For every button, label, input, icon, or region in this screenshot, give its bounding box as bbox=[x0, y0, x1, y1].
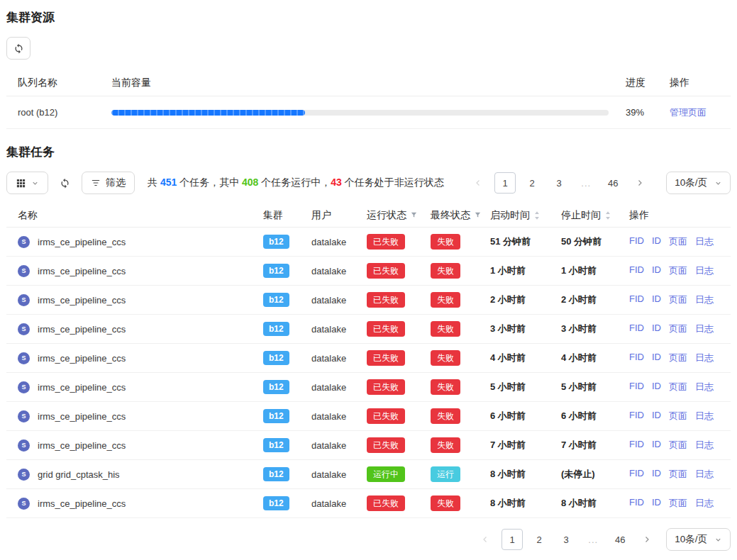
table-row: S irms_ce_pipeline_ccs b12 datalake 已失败 … bbox=[6, 286, 731, 315]
final-status-badge: 失败 bbox=[431, 495, 460, 511]
id-link[interactable]: ID bbox=[652, 352, 661, 364]
fid-link[interactable]: FID bbox=[629, 323, 644, 335]
stop-time: 50 分钟前 bbox=[561, 235, 629, 248]
pagination-page-2[interactable]: 2 bbox=[521, 172, 543, 194]
task-name: irms_ce_pipeline_ccs bbox=[38, 498, 126, 509]
queue-row: root (b12) 39% 管理页面 bbox=[6, 96, 731, 129]
page-size-select[interactable]: 10条/页 bbox=[666, 528, 731, 551]
pagination-prev[interactable] bbox=[475, 529, 496, 550]
fid-link[interactable]: FID bbox=[629, 352, 644, 364]
pagination-ellipsis[interactable]: ... bbox=[575, 172, 597, 194]
id-link[interactable]: ID bbox=[652, 468, 661, 481]
page-link[interactable]: 页面 bbox=[669, 323, 687, 335]
column-settings-button[interactable] bbox=[6, 172, 48, 194]
log-link[interactable]: 日志 bbox=[695, 439, 714, 452]
page-link[interactable]: 页面 bbox=[669, 381, 687, 393]
column-header-action: 操作 bbox=[629, 209, 731, 222]
log-link[interactable]: 日志 bbox=[695, 497, 714, 510]
pagination-ellipsis[interactable]: ... bbox=[582, 529, 604, 550]
stop-time: 4 小时前 bbox=[561, 352, 629, 364]
log-link[interactable]: 日志 bbox=[695, 410, 714, 422]
table-row: S irms_ce_pipeline_ccs b12 datalake 已失败 … bbox=[6, 373, 731, 402]
refresh-tasks-button[interactable] bbox=[55, 172, 74, 194]
sort-icon[interactable] bbox=[533, 211, 541, 220]
pagination-page-1[interactable]: 1 bbox=[494, 172, 516, 194]
sort-icon[interactable] bbox=[604, 211, 611, 220]
page-size-select[interactable]: 10条/页 bbox=[666, 172, 731, 194]
log-link[interactable]: 日志 bbox=[695, 323, 714, 335]
spark-avatar: S bbox=[18, 498, 30, 510]
fid-link[interactable]: FID bbox=[629, 293, 644, 306]
filter-funnel-icon[interactable] bbox=[410, 211, 418, 219]
id-link[interactable]: ID bbox=[652, 381, 661, 393]
id-link[interactable]: ID bbox=[652, 293, 661, 306]
pagination-page-1[interactable]: 1 bbox=[502, 529, 523, 550]
pagination-page-2[interactable]: 2 bbox=[528, 529, 550, 550]
summary-text: 共 bbox=[148, 177, 160, 188]
pagination-next[interactable] bbox=[629, 172, 650, 194]
id-link[interactable]: ID bbox=[652, 439, 661, 452]
log-link[interactable]: 日志 bbox=[695, 235, 714, 248]
pagination-page-46[interactable]: 46 bbox=[602, 172, 624, 194]
refresh-resources-button[interactable] bbox=[6, 37, 31, 60]
task-name: irms_ce_pipeline_ccs bbox=[38, 440, 126, 451]
task-user: datalake bbox=[311, 382, 367, 393]
id-link[interactable]: ID bbox=[652, 264, 661, 277]
log-link[interactable]: 日志 bbox=[695, 468, 714, 481]
tasks-toolbar: 筛选 共 451 个任务，其中 408 个任务运行中，43 个任务处于非运行状态… bbox=[6, 172, 731, 194]
task-name: irms_ce_pipeline_ccs bbox=[38, 382, 126, 393]
page-link[interactable]: 页面 bbox=[669, 497, 687, 510]
summary-nonrunning-count: 43 bbox=[331, 177, 342, 188]
page-link[interactable]: 页面 bbox=[669, 410, 687, 422]
final-status-badge: 失败 bbox=[431, 321, 460, 337]
progress-percent: 39% bbox=[626, 107, 670, 118]
fid-link[interactable]: FID bbox=[629, 439, 644, 452]
fid-link[interactable]: FID bbox=[629, 497, 644, 510]
page-link[interactable]: 页面 bbox=[669, 264, 687, 277]
queue-table: 队列名称 当前容量 进度 操作 root (b12) 39% 管理页面 bbox=[6, 69, 731, 129]
log-link[interactable]: 日志 bbox=[695, 381, 714, 393]
run-status-badge: 已失败 bbox=[367, 234, 405, 250]
filter-button-label: 筛选 bbox=[106, 177, 126, 189]
final-status-badge: 运行 bbox=[431, 466, 460, 482]
id-link[interactable]: ID bbox=[652, 410, 661, 422]
task-user: datalake bbox=[311, 498, 367, 509]
manage-page-link[interactable]: 管理页面 bbox=[670, 107, 706, 118]
stop-time: 8 小时前 bbox=[561, 497, 629, 510]
page-link[interactable]: 页面 bbox=[669, 235, 687, 248]
start-time: 8 小时前 bbox=[490, 497, 561, 510]
log-link[interactable]: 日志 bbox=[695, 352, 714, 364]
tasks-table-header: 名称 集群 用户 运行状态 最终状态 启动时间 bbox=[6, 203, 731, 228]
fid-link[interactable]: FID bbox=[629, 235, 644, 248]
id-link[interactable]: ID bbox=[652, 323, 661, 335]
fid-link[interactable]: FID bbox=[629, 264, 644, 277]
filter-funnel-icon[interactable] bbox=[474, 211, 482, 219]
fid-link[interactable]: FID bbox=[629, 381, 644, 393]
pagination-page-3[interactable]: 3 bbox=[548, 172, 570, 194]
stop-time: 3 小时前 bbox=[561, 323, 629, 335]
id-link[interactable]: ID bbox=[652, 497, 661, 510]
page-link[interactable]: 页面 bbox=[669, 439, 687, 452]
fid-link[interactable]: FID bbox=[629, 410, 644, 422]
table-row: S irms_ce_pipeline_ccs b12 datalake 已失败 … bbox=[6, 489, 731, 518]
run-status-badge: 运行中 bbox=[367, 466, 405, 482]
final-status-badge: 失败 bbox=[431, 263, 460, 279]
pagination-page-46[interactable]: 46 bbox=[609, 529, 631, 550]
task-name: irms_ce_pipeline_ccs bbox=[38, 266, 126, 276]
log-link[interactable]: 日志 bbox=[695, 293, 714, 306]
id-link[interactable]: ID bbox=[652, 235, 661, 248]
column-header-action: 操作 bbox=[670, 77, 731, 89]
pagination-next[interactable] bbox=[636, 529, 658, 550]
column-header-run-status: 运行状态 bbox=[367, 209, 406, 222]
chevron-down-icon bbox=[714, 179, 722, 187]
filter-button[interactable]: 筛选 bbox=[82, 172, 135, 194]
page-link[interactable]: 页面 bbox=[669, 352, 687, 364]
page-link[interactable]: 页面 bbox=[669, 468, 687, 481]
page-link[interactable]: 页面 bbox=[669, 293, 687, 306]
fid-link[interactable]: FID bbox=[629, 468, 644, 481]
run-status-badge: 已失败 bbox=[367, 292, 405, 308]
pagination-prev[interactable] bbox=[467, 172, 489, 194]
spark-avatar: S bbox=[18, 381, 30, 393]
log-link[interactable]: 日志 bbox=[695, 264, 714, 277]
pagination-page-3[interactable]: 3 bbox=[555, 529, 577, 550]
